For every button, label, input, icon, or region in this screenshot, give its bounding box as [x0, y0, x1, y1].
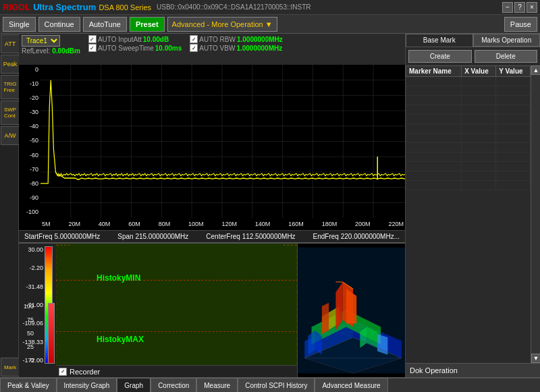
- wf-scale-30: 30.00: [20, 246, 43, 253]
- col-y-value: Y Value: [496, 66, 531, 77]
- auto-rbw-check[interactable]: ✓: [190, 35, 198, 43]
- y-label-7: -70: [19, 166, 40, 173]
- table-row: [406, 96, 531, 105]
- x-label-60m: 60M: [128, 221, 140, 227]
- table-row: [406, 77, 531, 86]
- dok-operation-label: Dok Operation: [406, 363, 540, 377]
- tab-advanced-measure[interactable]: Advanced Measure: [315, 378, 387, 392]
- minimize-button[interactable]: −: [502, 2, 513, 13]
- reflevel-label: RefLevel:: [22, 47, 50, 55]
- close-button[interactable]: ×: [526, 2, 537, 13]
- val-0: 0: [20, 357, 34, 364]
- table-row: [406, 115, 531, 124]
- recorder-label: Recorder: [70, 368, 100, 376]
- pause-button[interactable]: Pause: [504, 17, 537, 32]
- title-series: DSA 800 Series: [99, 3, 151, 11]
- y-label-4: -40: [19, 123, 40, 130]
- tab-measure[interactable]: Measure: [196, 378, 238, 392]
- x-label-20m: 20M: [68, 221, 80, 227]
- col-marker-name: Marker Name: [406, 66, 462, 77]
- sidebar-aw[interactable]: A/W: [1, 126, 20, 145]
- wf-scale-neg31: -31.48: [20, 283, 43, 290]
- marker-buttons: Create Delete: [406, 47, 540, 65]
- sidebar-swp[interactable]: SWPCont: [1, 101, 20, 125]
- auto-sweeptime-check[interactable]: ✓: [88, 44, 97, 52]
- start-freq: StartFreq 5.0000000MHz: [24, 233, 100, 240]
- y-label-9: -90: [19, 194, 40, 201]
- waterfall-display: HistokyMIN HistokyMAX ✓ Recorder: [56, 244, 297, 377]
- base-mark-tab[interactable]: Base Mark: [406, 34, 473, 47]
- auto-inputatt-check[interactable]: ✓: [88, 35, 97, 43]
- marker-tabs: Base Mark Marks Operation: [406, 34, 540, 47]
- auto-vbw-check[interactable]: ✓: [190, 44, 198, 52]
- x-label-100m: 100M: [188, 221, 204, 227]
- x-label-220m: 220M: [388, 221, 404, 227]
- table-row: [406, 134, 531, 143]
- auto-inputatt-value: 10.00dB: [143, 36, 169, 43]
- window-controls: − ? ×: [502, 2, 537, 13]
- param-bar: Trace1 Trace2 Trace3 RefLevel: 0.00dBm ✓…: [19, 34, 405, 65]
- auto-sweeptime-value: 10.00ms: [155, 45, 182, 52]
- tab-control-scpi[interactable]: Control SCPI History: [238, 378, 315, 392]
- right-panel: Base Mark Marks Operation Create Delete …: [405, 34, 540, 377]
- marker-scroll[interactable]: Marker Name X Value Y Value: [406, 65, 531, 363]
- span-label: Span 215.0000000MHz: [117, 233, 188, 240]
- sidebar-mark[interactable]: Mark: [1, 358, 20, 376]
- create-button[interactable]: Create: [408, 50, 472, 63]
- usb-info: USB0::0x0400::0x09C4::DSA1A121700053::IN…: [157, 3, 502, 11]
- recorder-check[interactable]: ✓: [59, 368, 67, 376]
- scroll-down-button[interactable]: ▼: [531, 354, 540, 363]
- x-label-5m: 5M: [42, 221, 51, 227]
- end-freq: EndFreq 220.0000000MHz...: [313, 233, 400, 240]
- single-button[interactable]: Single: [3, 17, 36, 32]
- tab-peak-valley[interactable]: Peak & Valley: [0, 378, 57, 392]
- marks-operation-tab[interactable]: Marks Operation: [473, 34, 541, 47]
- advanced-more-button[interactable]: Advanced - More Operation ▼: [167, 17, 277, 32]
- x-label-200m: 200M: [355, 221, 371, 227]
- auto-vbw-value: 1.0000000MHz: [236, 45, 282, 52]
- table-row: [406, 181, 531, 190]
- col-x-value: X Value: [462, 66, 496, 77]
- 3d-waterfall: [297, 244, 405, 377]
- y-label-6: -60: [19, 152, 40, 159]
- val-25: 25: [20, 343, 34, 350]
- spectrum-area: Trace1 Trace2 Trace3 RefLevel: 0.00dBm ✓…: [19, 34, 405, 377]
- center-freq: CenterFreq 112.5000000MHz: [206, 233, 295, 240]
- x-label-40m: 40M: [99, 221, 111, 227]
- title-logo: RIGOL: [3, 2, 30, 12]
- trace-select[interactable]: Trace1 Trace2 Trace3: [22, 35, 60, 47]
- tab-intensity-graph[interactable]: Intensity Graph: [57, 378, 117, 392]
- val-75: 75: [20, 316, 34, 323]
- x-axis: 5M 20M 40M 60M 80M 100M 120M 140M 160M 1…: [40, 218, 405, 230]
- table-row: [406, 162, 531, 171]
- bottom-tabs: Peak & Valley Intensity Graph Graph Corr…: [0, 377, 540, 392]
- scroll-up-button[interactable]: ▲: [531, 65, 540, 75]
- y-label-0: 0: [19, 66, 40, 73]
- sidebar-att[interactable]: ATT: [1, 34, 20, 53]
- title-bar: RIGOL Ultra Spectrum DSA 800 Series USB0…: [0, 0, 540, 15]
- table-row: [406, 86, 531, 96]
- auto-rbw-label: AUTO RBW: [199, 36, 236, 43]
- reflevel-value: 0.00dBm: [52, 47, 80, 55]
- wf-scale-neg2: -2.20: [20, 264, 43, 271]
- y-label-1: -10: [19, 80, 40, 87]
- delete-button[interactable]: Delete: [475, 50, 538, 63]
- y-axis: 0 -10 -20 -30 -40 -50 -60 -70 -80 -90 -1…: [19, 65, 40, 217]
- x-label-80m: 80M: [159, 221, 171, 227]
- waterfall-svg: [56, 244, 297, 377]
- autotune-button[interactable]: AutoTune: [83, 17, 127, 32]
- table-row: [406, 143, 531, 152]
- main-content: ATT Peak TRIGFree SWPCont A/W Mark Trace…: [0, 34, 540, 377]
- tab-correction[interactable]: Correction: [151, 378, 196, 392]
- marker-scrollbar[interactable]: ▲ ▼: [531, 65, 540, 363]
- sidebar-trig[interactable]: TRIGFree: [1, 75, 20, 99]
- tab-graph[interactable]: Graph: [117, 378, 151, 392]
- preset-button[interactable]: Preset: [130, 17, 165, 32]
- bottom-waterfall-area: 30.00 -2.20 -31.48 -71.00 -109.06 -138.3…: [19, 242, 405, 377]
- title-app: Ultra Spectrum: [33, 2, 96, 12]
- continue-button[interactable]: Continue: [38, 17, 80, 32]
- help-button[interactable]: ?: [514, 2, 525, 13]
- auto-vbw-label: AUTO VBW: [199, 45, 235, 52]
- freq-bar: StartFreq 5.0000000MHz Span 215.0000000M…: [19, 230, 405, 242]
- sidebar-peak[interactable]: Peak: [1, 55, 20, 74]
